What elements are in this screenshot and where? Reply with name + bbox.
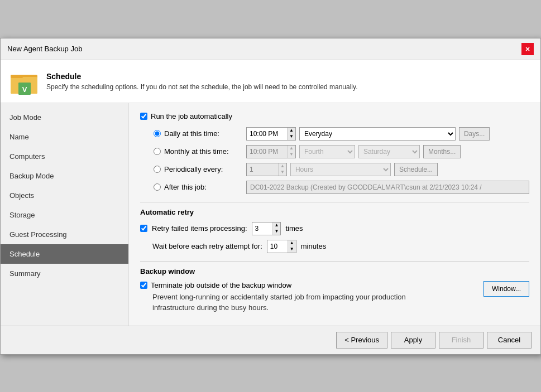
daily-row: Daily at this time: ▲ ▼ Everyday Weekday…: [154, 127, 529, 141]
previous-button[interactable]: < Previous: [336, 332, 387, 349]
retry-label[interactable]: Retry failed items processing:: [152, 224, 247, 233]
wait-row: Wait before each retry attempt for: ▲ ▼ …: [152, 240, 529, 253]
monthly-row: Monthly at this time: ▲ ▼ Fourth First S…: [154, 145, 529, 158]
sidebar: Job Mode Name Computers Backup Mode Obje…: [1, 103, 129, 326]
months-button[interactable]: Months...: [423, 145, 461, 158]
daily-time-up[interactable]: ▲: [288, 128, 295, 134]
retry-spin: ▲ ▼: [272, 222, 281, 235]
monthly-radio-label: Monthly at this time:: [154, 147, 243, 156]
monthly-day-select[interactable]: Saturday Monday Tuesday Wednesday Thursd…: [358, 145, 420, 158]
retry-up[interactable]: ▲: [273, 222, 281, 229]
days-button[interactable]: Days...: [459, 127, 490, 141]
retry-row: Retry failed items processing: ▲ ▼ times: [140, 222, 529, 235]
footer: < Previous Apply Finish Cancel: [1, 326, 540, 354]
separator-2: [140, 261, 529, 262]
retry-number-wrap: ▲ ▼: [252, 222, 281, 235]
monthly-occurrence-select[interactable]: Fourth First Second Third Last: [299, 145, 355, 158]
periodic-spin: ▲ ▼: [278, 163, 286, 176]
periodic-label[interactable]: Periodically every:: [164, 165, 223, 173]
retry-down[interactable]: ▼: [273, 229, 281, 235]
after-job-input[interactable]: [246, 181, 529, 194]
daily-time-wrap: ▲ ▼: [246, 127, 296, 141]
periodic-up[interactable]: ▲: [279, 163, 286, 170]
schedule-button[interactable]: Schedule...: [394, 163, 438, 176]
daily-radio-label: Daily at this time:: [154, 129, 243, 138]
apply-button[interactable]: Apply: [391, 332, 435, 349]
window-button[interactable]: Window...: [483, 281, 529, 297]
daily-label[interactable]: Daily at this time:: [164, 129, 219, 138]
daily-freq-select[interactable]: Everyday Weekdays Weekends: [299, 127, 456, 141]
daily-time-spin: ▲ ▼: [287, 128, 295, 140]
monthly-time-spin: ▲ ▼: [287, 146, 295, 158]
after-job-row: After this job:: [154, 181, 529, 194]
dialog-window: New Agent Backup Job × V Schedule Specif…: [0, 38, 541, 355]
periodic-unit-select[interactable]: Hours Minutes: [290, 163, 391, 176]
run-auto-row: Run the job automatically: [140, 112, 529, 120]
backup-window-section: Backup window Terminate job outside of t…: [140, 267, 529, 313]
window-row: Terminate job outside of the backup wind…: [140, 281, 529, 313]
monthly-label[interactable]: Monthly at this time:: [164, 147, 229, 156]
sidebar-item-guest-processing[interactable]: Guest Processing: [1, 225, 128, 244]
after-job-radio[interactable]: [154, 183, 161, 191]
wait-label: Wait before each retry attempt for:: [152, 242, 262, 250]
retry-unit: times: [285, 224, 303, 233]
sidebar-item-storage[interactable]: Storage: [1, 205, 128, 225]
terminate-checkbox[interactable]: [140, 282, 147, 289]
periodic-radio-label: Periodically every:: [154, 165, 243, 173]
sidebar-item-computers[interactable]: Computers: [1, 147, 128, 166]
wait-up[interactable]: ▲: [288, 240, 296, 246]
main-content: Run the job automatically Daily at this …: [129, 103, 540, 326]
daily-time-down[interactable]: ▼: [288, 134, 295, 140]
run-auto-checkbox[interactable]: [140, 113, 147, 120]
auto-retry-title: Automatic retry: [140, 208, 529, 216]
header-section: V Schedule Specify the scheduling option…: [1, 60, 540, 103]
daily-time-input[interactable]: [247, 128, 287, 140]
header-title: Schedule: [46, 72, 357, 81]
schedule-grid: Daily at this time: ▲ ▼ Everyday Weekday…: [154, 127, 529, 194]
periodic-down[interactable]: ▼: [279, 170, 286, 176]
backup-window-title: Backup window: [140, 267, 529, 275]
window-title: New Agent Backup Job: [7, 45, 82, 53]
wait-spin: ▲ ▼: [288, 240, 296, 253]
terminate-row: Terminate job outside of the backup wind…: [140, 281, 483, 289]
wait-unit: minutes: [301, 242, 327, 250]
window-left: Terminate job outside of the backup wind…: [140, 281, 483, 313]
terminate-label[interactable]: Terminate job outside of the backup wind…: [151, 281, 291, 289]
title-bar: New Agent Backup Job ×: [1, 38, 540, 60]
header-text: Schedule Specify the scheduling options.…: [46, 72, 357, 91]
close-button[interactable]: ×: [521, 43, 534, 55]
monthly-time-wrap: ▲ ▼: [246, 145, 296, 158]
retry-checkbox[interactable]: [140, 225, 147, 232]
sidebar-item-objects[interactable]: Objects: [1, 186, 128, 205]
monthly-time-down[interactable]: ▼: [288, 152, 295, 158]
sidebar-item-summary[interactable]: Summary: [1, 264, 128, 283]
monthly-time-input[interactable]: [247, 146, 287, 158]
run-auto-label[interactable]: Run the job automatically: [151, 112, 232, 120]
wait-number-wrap: ▲ ▼: [267, 240, 296, 253]
monthly-radio[interactable]: [154, 148, 161, 155]
after-label[interactable]: After this job:: [164, 183, 207, 191]
separator-1: [140, 202, 529, 202]
after-radio-label: After this job:: [154, 183, 243, 191]
wait-value-input[interactable]: [267, 240, 288, 253]
wait-down[interactable]: ▼: [288, 246, 296, 253]
header-icon: V: [9, 67, 39, 96]
cancel-button[interactable]: Cancel: [487, 332, 532, 349]
periodic-radio[interactable]: [154, 166, 161, 173]
sidebar-item-name[interactable]: Name: [1, 127, 128, 147]
finish-button[interactable]: Finish: [439, 332, 483, 349]
periodic-row: Periodically every: ▲ ▼ Hours Minutes Sc…: [154, 163, 529, 176]
svg-text:V: V: [22, 85, 27, 94]
body: Job Mode Name Computers Backup Mode Obje…: [1, 103, 540, 326]
daily-radio[interactable]: [154, 130, 161, 137]
periodic-value-input[interactable]: [247, 163, 278, 176]
retry-value-input[interactable]: [252, 222, 272, 235]
periodic-val-wrap: ▲ ▼: [246, 163, 287, 176]
auto-retry-section: Automatic retry Retry failed items proce…: [140, 208, 529, 253]
sidebar-item-backup-mode[interactable]: Backup Mode: [1, 166, 128, 186]
svg-rect-2: [11, 75, 23, 78]
header-description: Specify the scheduling options. If you d…: [46, 83, 357, 91]
monthly-time-up[interactable]: ▲: [288, 146, 295, 152]
sidebar-item-job-mode[interactable]: Job Mode: [1, 108, 128, 127]
sidebar-item-schedule[interactable]: Schedule: [1, 244, 128, 264]
